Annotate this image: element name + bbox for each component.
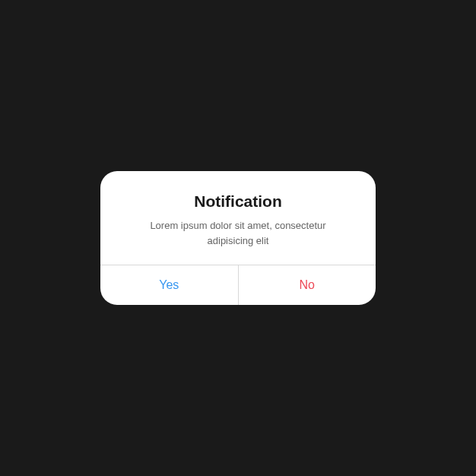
dialog-title: Notification <box>122 192 354 211</box>
notification-dialog: Notification Lorem ipsum dolor sit amet,… <box>100 171 376 305</box>
dialog-buttons: Yes No <box>100 265 376 305</box>
no-button[interactable]: No <box>239 265 376 305</box>
yes-button[interactable]: Yes <box>100 265 239 305</box>
dialog-message: Lorem ipsum dolor sit amet, consectetur … <box>122 218 354 248</box>
dialog-content: Notification Lorem ipsum dolor sit amet,… <box>100 171 376 265</box>
